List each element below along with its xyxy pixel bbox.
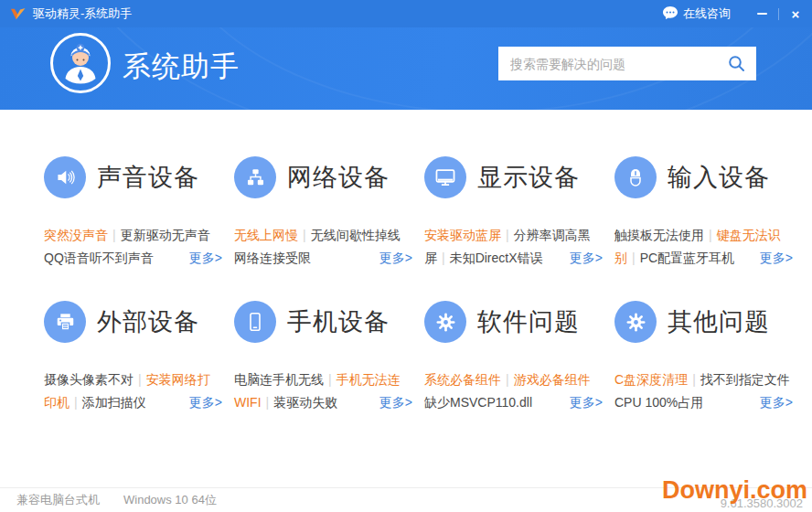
link-separator: | <box>328 372 332 387</box>
card-links: 突然没声音|更新驱动无声音 QQ语音听不到声音 更多> <box>44 224 222 270</box>
network-icon <box>234 156 276 198</box>
online-support-label: 在线咨询 <box>683 5 731 22</box>
link-separator: | <box>506 228 509 242</box>
help-link[interactable]: 突然没声音 <box>44 228 108 242</box>
help-link[interactable]: 系统必备组件 <box>424 372 501 387</box>
help-link[interactable]: 更新驱动无声音 <box>121 228 210 242</box>
card-links: 安装驱动蓝屏|分辨率调高黑屏|未知DirectX错误 更多> <box>424 224 603 270</box>
compatibility-label: 兼容电脑台式机 <box>16 492 100 508</box>
category-card: 显示设备 安装驱动蓝屏|分辨率调高黑屏|未知DirectX错误 更多> <box>424 156 603 270</box>
search-icon[interactable] <box>727 54 746 73</box>
minimize-button[interactable] <box>745 0 778 27</box>
help-link[interactable]: PC配置蓝牙耳机 <box>640 251 734 265</box>
help-link[interactable]: 摄像头像素不对 <box>44 372 134 387</box>
titlebar: 驱动精灵-系统助手 在线咨询 × <box>0 0 812 27</box>
help-link[interactable]: 无线上网慢 <box>234 228 298 242</box>
app-window: 驱动精灵-系统助手 在线咨询 × <box>0 0 812 512</box>
more-link[interactable]: 更多> <box>374 247 412 270</box>
close-button[interactable]: × <box>779 0 812 27</box>
help-link[interactable]: 无线间歇性掉线 <box>311 228 401 242</box>
link-separator: | <box>632 251 636 265</box>
help-link[interactable]: 装驱动失败 <box>273 395 337 410</box>
card-title: 外部设备 <box>97 305 199 338</box>
close-icon: × <box>792 7 800 21</box>
watermark: Downyi.com <box>662 478 807 503</box>
gear-icon <box>424 301 466 343</box>
category-card: 手机设备 电脑连手机无线|手机无法连WIFI|装驱动失败 更多> <box>234 301 412 414</box>
card-header[interactable]: 手机设备 <box>234 301 412 343</box>
link-separator: | <box>74 395 78 410</box>
more-link[interactable]: 更多> <box>754 247 793 270</box>
titlebar-controls: 在线咨询 × <box>648 0 812 27</box>
card-header[interactable]: 声音设备 <box>44 156 222 198</box>
card-links: 系统必备组件|游戏必备组件 缺少MSVCP110.dll 更多> <box>424 368 603 414</box>
page-title: 系统助手 <box>123 48 240 86</box>
category-card: 其他问题 C盘深度清理|找不到指定文件 CPU 100%占用 更多> <box>614 301 793 414</box>
card-header[interactable]: 网络设备 <box>234 156 412 198</box>
phone-icon <box>234 301 276 343</box>
category-card: 外部设备 摄像头像素不对|安装网络打印机|添加扫描仪 更多> <box>44 301 222 414</box>
card-title: 声音设备 <box>97 161 199 194</box>
card-title: 显示设备 <box>477 161 580 194</box>
help-link[interactable]: 网络连接受限 <box>234 251 311 265</box>
category-card: 声音设备 突然没声音|更新驱动无声音 QQ语音听不到声音 更多> <box>44 156 222 270</box>
more-link[interactable]: 更多> <box>374 391 412 414</box>
link-separator: | <box>506 372 509 387</box>
window-title: 驱动精灵-系统助手 <box>33 5 132 22</box>
doctor-avatar <box>50 33 111 93</box>
card-title: 手机设备 <box>287 305 390 338</box>
category-card: 网络设备 无线上网慢|无线间歇性掉线 网络连接受限 更多> <box>234 156 412 270</box>
gear-icon <box>614 301 657 343</box>
more-link[interactable]: 更多> <box>564 247 603 270</box>
help-link[interactable]: 触摸板无法使用 <box>614 228 704 242</box>
driver-genius-logo-icon <box>9 6 27 22</box>
more-link[interactable]: 更多> <box>564 391 603 414</box>
help-link[interactable]: 缺少MSVCP110.dll <box>424 395 532 410</box>
search-box <box>498 47 756 80</box>
chat-bubble-icon <box>663 6 678 22</box>
card-title: 软件问题 <box>477 305 580 338</box>
card-links: 摄像头像素不对|安装网络打印机|添加扫描仪 更多> <box>44 368 222 414</box>
card-title: 网络设备 <box>287 161 390 194</box>
link-separator: | <box>303 228 306 242</box>
help-link[interactable]: CPU 100%占用 <box>614 395 703 410</box>
os-label: Windows 10 64位 <box>123 492 217 508</box>
online-support-button[interactable]: 在线咨询 <box>648 0 745 27</box>
category-grid: 声音设备 突然没声音|更新驱动无声音 QQ语音听不到声音 更多> 网络设备 无线… <box>0 110 812 414</box>
help-link[interactable]: 安装驱动蓝屏 <box>424 228 501 242</box>
speaker-icon <box>44 156 86 198</box>
link-separator: | <box>692 372 696 387</box>
card-header[interactable]: 软件问题 <box>424 301 603 343</box>
printer-icon <box>44 301 86 343</box>
help-link[interactable]: 添加扫描仪 <box>82 395 146 410</box>
category-card: 输入设备 触摸板无法使用|键盘无法识别|PC配置蓝牙耳机 更多> <box>614 156 793 270</box>
card-title: 输入设备 <box>668 161 770 194</box>
help-link[interactable]: 未知DirectX错误 <box>450 251 543 265</box>
card-links: 电脑连手机无线|手机无法连WIFI|装驱动失败 更多> <box>234 368 412 414</box>
help-link[interactable]: 找不到指定文件 <box>700 372 790 387</box>
link-separator: | <box>266 395 270 410</box>
link-separator: | <box>442 251 445 265</box>
category-card: 软件问题 系统必备组件|游戏必备组件 缺少MSVCP110.dll 更多> <box>424 301 603 414</box>
card-header[interactable]: 外部设备 <box>44 301 222 343</box>
card-header[interactable]: 输入设备 <box>614 156 793 198</box>
more-link[interactable]: 更多> <box>754 391 793 414</box>
card-header[interactable]: 其他问题 <box>614 301 793 343</box>
monitor-icon <box>424 156 466 198</box>
header: 系统助手 <box>0 27 812 110</box>
more-link[interactable]: 更多> <box>184 247 222 270</box>
link-separator: | <box>112 228 116 242</box>
search-input[interactable] <box>510 57 727 71</box>
card-title: 其他问题 <box>668 305 770 338</box>
card-header[interactable]: 显示设备 <box>424 156 603 198</box>
help-link[interactable]: C盘深度清理 <box>614 372 688 387</box>
minimize-icon <box>757 13 767 15</box>
more-link[interactable]: 更多> <box>184 391 222 414</box>
help-link[interactable]: 游戏必备组件 <box>514 372 591 387</box>
help-link[interactable]: 电脑连手机无线 <box>234 372 324 387</box>
help-link[interactable]: QQ语音听不到声音 <box>44 251 154 265</box>
card-links: 无线上网慢|无线间歇性掉线 网络连接受限 更多> <box>234 224 412 270</box>
link-separator: | <box>138 372 142 387</box>
card-links: 触摸板无法使用|键盘无法识别|PC配置蓝牙耳机 更多> <box>614 224 793 270</box>
card-links: C盘深度清理|找不到指定文件 CPU 100%占用 更多> <box>614 368 793 414</box>
